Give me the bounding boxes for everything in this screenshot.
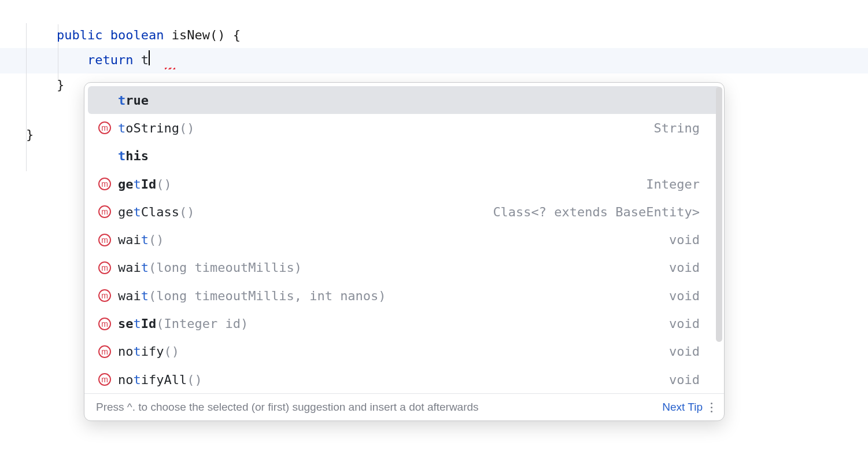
keyword-boolean: boolean — [110, 28, 164, 42]
completion-item-label: getClass() — [118, 205, 194, 219]
scrollbar-thumb[interactable] — [716, 87, 722, 342]
completion-item[interactable]: mnotify()void — [88, 338, 721, 366]
code-line-1[interactable]: public boolean isNew() { — [26, 23, 868, 48]
completion-item-type: Class<? extends BaseEntity> — [493, 205, 708, 219]
completion-item-type: Integer — [646, 177, 708, 191]
completion-item-label: this — [118, 149, 149, 163]
next-tip-link[interactable]: Next Tip — [662, 401, 703, 414]
completion-item-label: true — [118, 93, 149, 108]
completion-item-type: void — [669, 289, 708, 303]
typed-text: t — [141, 53, 149, 67]
method-icon: m — [98, 205, 114, 218]
footer-tip-text: Press ^. to choose the selected (or firs… — [96, 401, 654, 414]
completion-item[interactable]: mnotifyAll()void — [88, 366, 721, 393]
completion-item-type: void — [669, 260, 708, 275]
completion-item-label: wait(long timeoutMillis, int nanos) — [118, 289, 386, 303]
error-underline — [165, 68, 175, 69]
method-icon: m — [98, 261, 114, 274]
method-icon: m — [98, 178, 114, 190]
completion-item[interactable]: true — [88, 86, 721, 114]
keyword-return: return — [87, 53, 133, 67]
close-brace: } — [57, 78, 64, 92]
completion-item[interactable]: msetId(Integer id)void — [88, 309, 721, 337]
method-icon: m — [98, 318, 114, 330]
parentheses: () — [210, 28, 226, 42]
completion-item-label: setId(Integer id) — [118, 316, 248, 331]
completion-item[interactable]: mwait()void — [88, 226, 721, 253]
completion-item-label: notify() — [118, 344, 179, 359]
close-brace-outer: } — [26, 127, 34, 142]
completion-item-label: toString() — [118, 121, 194, 135]
scrollbar[interactable] — [716, 87, 722, 386]
text-caret — [149, 50, 150, 65]
method-name: isNew — [172, 28, 210, 42]
completion-popup: truemtoString()StringthismgetId()Integer… — [84, 82, 725, 421]
completion-item[interactable]: mgetId()Integer — [88, 170, 721, 198]
method-icon: m — [98, 234, 114, 246]
code-line-2[interactable]: return t — [26, 48, 868, 73]
completion-item-type: void — [669, 316, 708, 331]
completion-item-label: wait() — [118, 233, 164, 247]
completion-footer: Press ^. to choose the selected (or firs… — [84, 393, 724, 421]
completion-item[interactable]: mwait(long timeoutMillis, int nanos)void — [88, 282, 721, 309]
completion-item[interactable]: mgetClass()Class<? extends BaseEntity> — [88, 198, 721, 226]
completion-item[interactable]: mtoString()String — [88, 114, 721, 142]
method-icon: m — [98, 373, 114, 386]
method-icon: m — [98, 345, 114, 358]
completion-list[interactable]: truemtoString()StringthismgetId()Integer… — [84, 83, 724, 393]
completion-item-type: String — [654, 121, 708, 135]
completion-item[interactable]: this — [88, 142, 721, 170]
completion-item[interactable]: mwait(long timeoutMillis)void — [88, 254, 721, 282]
method-icon: m — [98, 289, 114, 302]
more-options-icon[interactable] — [711, 403, 712, 412]
completion-item-label: wait(long timeoutMillis) — [118, 260, 302, 275]
open-brace: { — [233, 28, 241, 42]
completion-item-type: void — [669, 233, 708, 247]
method-icon: m — [98, 121, 114, 134]
completion-item-label: notifyAll() — [118, 373, 202, 387]
keyword-public: public — [57, 28, 102, 42]
completion-item-type: void — [669, 344, 708, 359]
completion-item-type: void — [669, 373, 708, 387]
completion-item-label: getId() — [118, 177, 172, 191]
